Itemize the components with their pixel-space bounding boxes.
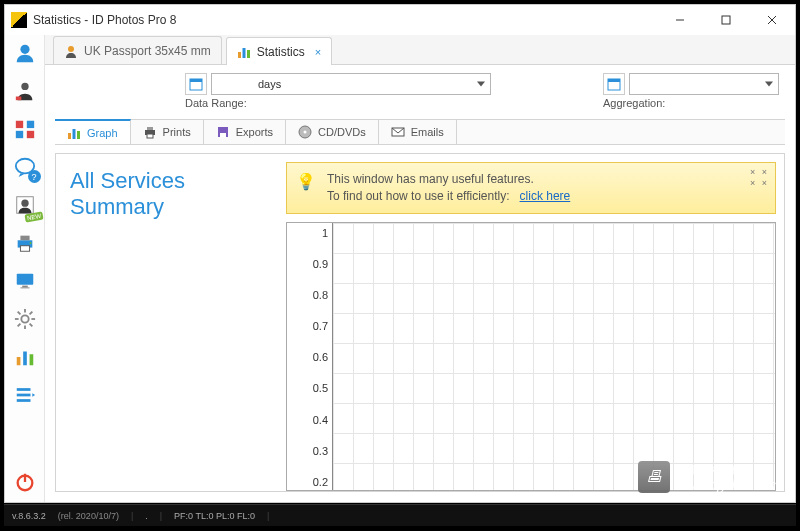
sub-tab-cddvds[interactable]: CD/DVDs (286, 120, 379, 144)
svg-rect-41 (247, 50, 250, 58)
summary-title: All Services Summary (56, 154, 286, 491)
help-badge-icon: ? (28, 170, 41, 183)
printer-icon[interactable] (13, 231, 37, 255)
main-panel: UK Passport 35x45 mm Statistics × days D… (45, 35, 795, 502)
chart-icon (67, 126, 81, 140)
release-label: (rel. 2020/10/7) (58, 511, 119, 521)
svg-rect-20 (20, 287, 29, 288)
graph-panel: All Services Summary 💡 This window has m… (55, 153, 785, 492)
date-picker-button[interactable] (185, 73, 207, 95)
sub-tab-prints[interactable]: Prints (131, 120, 204, 144)
svg-point-17 (29, 242, 31, 244)
svg-rect-50 (147, 127, 153, 130)
users-grid-icon[interactable] (13, 117, 37, 141)
save-icon (216, 125, 230, 139)
svg-rect-39 (238, 52, 241, 58)
tab-label: Statistics (257, 45, 305, 59)
aggregation-label: Aggregation: (603, 97, 665, 109)
svg-rect-15 (20, 236, 29, 241)
mail-icon (391, 125, 405, 139)
svg-rect-31 (23, 352, 27, 366)
tab-label: UK Passport 35x45 mm (84, 44, 211, 58)
svg-rect-18 (16, 274, 33, 285)
svg-rect-8 (26, 121, 33, 128)
tip-line1: This window has many useful features. (327, 171, 745, 188)
user-blue-icon[interactable] (13, 41, 37, 65)
svg-rect-32 (29, 354, 33, 365)
sub-tab-graph[interactable]: Graph (55, 119, 131, 144)
power-icon[interactable] (13, 470, 37, 494)
y-axis: 1 0.9 0.8 0.7 0.6 0.5 0.4 0.3 0.2 (287, 223, 333, 490)
settings-icon[interactable] (13, 307, 37, 331)
svg-point-21 (21, 315, 28, 322)
plot-area (333, 223, 775, 490)
status-dot: . (145, 511, 148, 521)
document-tabs: UK Passport 35x45 mm Statistics × (45, 35, 795, 65)
aggregation-date-button[interactable] (603, 73, 625, 95)
window-controls (657, 5, 795, 35)
svg-rect-19 (22, 286, 28, 288)
svg-rect-6 (15, 97, 21, 101)
tip-box: 💡 This window has many useful features. … (286, 162, 776, 214)
tip-close-icon[interactable]: × ×× × (750, 167, 769, 189)
sidebar: ? NEW (5, 35, 45, 502)
printer-small-icon (143, 125, 157, 139)
svg-rect-10 (26, 131, 33, 138)
monitor-icon[interactable] (13, 269, 37, 293)
menu-icon[interactable] (13, 383, 37, 407)
svg-point-55 (304, 131, 307, 134)
aggregation-group: Aggregation: (603, 73, 779, 109)
lightbulb-icon: 💡 (297, 173, 315, 191)
new-badge-icon: NEW (24, 211, 43, 222)
close-button[interactable] (749, 5, 795, 35)
photo-profile-icon[interactable]: NEW (13, 193, 37, 217)
tab-close-icon[interactable]: × (315, 46, 321, 58)
svg-rect-43 (190, 79, 202, 82)
data-range-label: Data Range: (185, 97, 247, 109)
svg-line-28 (29, 312, 32, 315)
svg-rect-40 (242, 48, 245, 58)
window-title: Statistics - ID Photos Pro 8 (33, 13, 657, 27)
stats-icon (237, 45, 251, 59)
svg-rect-51 (147, 134, 153, 138)
svg-line-26 (17, 312, 20, 315)
status-codes: PF:0 TL:0 PL:0 FL:0 (174, 511, 255, 521)
tab-passport[interactable]: UK Passport 35x45 mm (53, 36, 222, 64)
tab-statistics[interactable]: Statistics × (226, 37, 332, 65)
svg-rect-48 (77, 131, 80, 139)
tip-line2-row: To find out how to use it efficiently:cl… (327, 188, 745, 205)
data-range-combo[interactable]: days (211, 73, 491, 95)
sub-tab-emails[interactable]: Emails (379, 120, 457, 144)
svg-rect-45 (608, 79, 620, 82)
svg-rect-53 (220, 133, 226, 137)
svg-point-5 (21, 83, 28, 90)
sub-tab-exports[interactable]: Exports (204, 120, 286, 144)
svg-rect-16 (20, 246, 29, 252)
tip-link[interactable]: click here (520, 189, 571, 203)
svg-rect-30 (16, 357, 20, 365)
svg-rect-9 (15, 131, 22, 138)
maximize-button[interactable] (703, 5, 749, 35)
svg-rect-46 (68, 133, 71, 139)
svg-line-27 (29, 324, 32, 327)
svg-point-13 (21, 200, 28, 207)
minimize-button[interactable] (657, 5, 703, 35)
svg-rect-47 (73, 129, 76, 139)
title-bar: Statistics - ID Photos Pro 8 (5, 5, 795, 35)
aggregation-combo[interactable] (629, 73, 779, 95)
app-window: Statistics - ID Photos Pro 8 ? NEW (4, 4, 796, 503)
range-bar: days Data Range: Aggregation: (45, 65, 795, 115)
svg-rect-7 (15, 121, 22, 128)
chart: 1 0.9 0.8 0.7 0.6 0.5 0.4 0.3 0.2 (286, 222, 776, 491)
statistics-icon[interactable] (13, 345, 37, 369)
svg-line-29 (17, 324, 20, 327)
svg-point-4 (20, 45, 29, 54)
person-icon (64, 44, 78, 58)
data-range-group: days Data Range: (185, 73, 491, 109)
graph-right: 💡 This window has many useful features. … (286, 154, 784, 491)
sub-tabs: Graph Prints Exports CD/DVDs Emails (55, 119, 785, 145)
disc-icon (298, 125, 312, 139)
user-manage-icon[interactable] (13, 79, 37, 103)
chat-icon[interactable]: ? (13, 155, 37, 179)
content-area: ? NEW UK Passport 35x45 mm Statistics × (5, 35, 795, 502)
